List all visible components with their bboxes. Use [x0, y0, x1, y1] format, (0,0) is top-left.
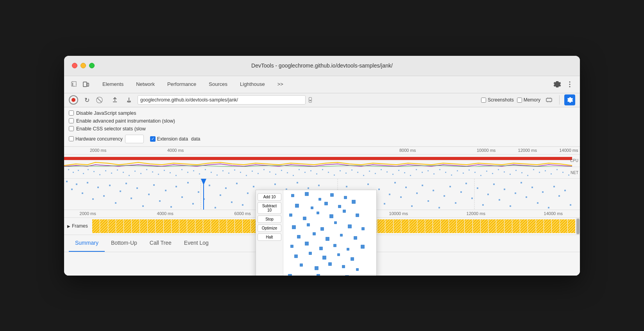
- net-chart: [64, 167, 572, 178]
- refresh-icon[interactable]: ↻: [81, 94, 92, 105]
- frames-triangle[interactable]: ▶: [67, 224, 70, 228]
- stop-button[interactable]: Stop: [258, 215, 281, 223]
- device-icon[interactable]: [80, 79, 91, 90]
- cursor-icon[interactable]: [69, 79, 80, 90]
- tab-event-log[interactable]: Event Log: [178, 235, 215, 252]
- tab-more[interactable]: >>: [271, 76, 290, 93]
- tab-performance[interactable]: Performance: [161, 76, 202, 93]
- more-icon[interactable]: [564, 79, 575, 90]
- add-button[interactable]: Add 10: [258, 193, 281, 201]
- svg-rect-170: [444, 195, 445, 197]
- tab-call-tree[interactable]: Call Tree: [143, 235, 178, 252]
- scrollbar-thumb[interactable]: [576, 219, 580, 234]
- svg-rect-145: [308, 187, 309, 189]
- svg-rect-50: [275, 174, 276, 175]
- svg-rect-32: [170, 172, 171, 173]
- svg-rect-109: [109, 185, 111, 186]
- svg-rect-42: [228, 173, 229, 174]
- frame-bar: [179, 219, 187, 233]
- clear-icon[interactable]: ⃠: [95, 94, 106, 105]
- memory-icon[interactable]: [544, 94, 555, 105]
- halt-button[interactable]: Halt: [258, 233, 281, 241]
- svg-rect-127: [209, 185, 210, 186]
- svg-rect-72: [404, 172, 405, 173]
- scrollbar[interactable]: [576, 218, 580, 235]
- settings-gear-icon[interactable]: [564, 94, 575, 105]
- close-button[interactable]: [72, 63, 77, 68]
- enable-paint-checkbox[interactable]: [69, 118, 74, 123]
- disable-js-option[interactable]: Disable JavaScript samples: [69, 110, 575, 116]
- svg-rect-52: [287, 172, 288, 173]
- enable-css-checkbox[interactable]: [69, 126, 74, 131]
- settings-icon[interactable]: [552, 79, 563, 90]
- timeline-ruler-top: 2000 ms 4000 ms 8000 ms 10000 ms 12000 m…: [64, 147, 580, 155]
- screenshots-checkbox[interactable]: Screenshots: [481, 97, 514, 103]
- svg-rect-112: [125, 183, 127, 184]
- svg-rect-125: [198, 191, 199, 193]
- svg-rect-24: [123, 172, 124, 173]
- options-row: Disable JavaScript samples Enable advanc…: [64, 107, 580, 147]
- svg-rect-20: [99, 174, 100, 175]
- tab-network[interactable]: Network: [130, 76, 161, 93]
- tab-elements[interactable]: Elements: [96, 76, 130, 93]
- svg-rect-89: [504, 171, 505, 173]
- tab-lighthouse[interactable]: Lighthouse: [234, 76, 271, 93]
- dropdown-arrow[interactable]: [309, 97, 312, 103]
- record-button[interactable]: [69, 95, 78, 105]
- svg-rect-104: [82, 192, 83, 194]
- url-input[interactable]: [138, 95, 306, 105]
- frame-bar: [156, 219, 163, 233]
- minimize-button[interactable]: [80, 63, 86, 68]
- svg-rect-122: [181, 196, 183, 198]
- svg-rect-124: [192, 203, 194, 205]
- svg-rect-165: [416, 192, 418, 194]
- svg-rect-221: [326, 237, 329, 241]
- maximize-button[interactable]: [89, 63, 95, 68]
- memory-checkbox[interactable]: Memory: [517, 97, 540, 103]
- svg-rect-55: [304, 172, 306, 173]
- popup-sidebar: Add 10 Subtract 10 Stop Optimize Halt: [256, 190, 283, 276]
- disable-js-checkbox[interactable]: [69, 110, 74, 116]
- frame-bar: [560, 219, 567, 233]
- cursor-line: [203, 179, 204, 210]
- second-toolbar: ↻ ⃠ Screenshots Memory: [64, 93, 580, 107]
- svg-rect-110: [115, 202, 116, 204]
- svg-rect-107: [97, 187, 99, 188]
- svg-rect-0: [72, 82, 76, 86]
- svg-rect-117: [153, 184, 155, 186]
- frame-bar: [504, 219, 512, 233]
- tab-sources[interactable]: Sources: [202, 76, 234, 93]
- svg-rect-226: [319, 247, 323, 250]
- frame-bar: [203, 219, 211, 233]
- tab-bottom-up[interactable]: Bottom-Up: [105, 235, 143, 252]
- optimize-button[interactable]: Optimize: [258, 224, 281, 232]
- concurrency-input[interactable]: 10: [125, 135, 144, 143]
- svg-rect-19: [93, 171, 95, 172]
- enable-css-option[interactable]: Enable CSS selector stats (slow: [69, 126, 575, 132]
- tab-summary[interactable]: Summary: [69, 235, 105, 252]
- svg-rect-152: [346, 186, 347, 187]
- svg-rect-236: [315, 266, 318, 270]
- svg-rect-229: [361, 245, 365, 249]
- svg-rect-158: [378, 189, 380, 190]
- svg-point-4: [569, 82, 571, 83]
- svg-rect-74: [416, 169, 417, 170]
- svg-rect-51: [281, 170, 282, 171]
- hw-concurrency-checkbox[interactable]: Hardware concurrency: [69, 136, 123, 142]
- download-icon[interactable]: [123, 94, 134, 105]
- traffic-lights: [72, 63, 95, 68]
- svg-rect-240: [288, 274, 292, 276]
- svg-rect-120: [170, 206, 172, 208]
- popup-inner: Add 10 Subtract 10 Stop Optimize Halt: [256, 190, 376, 276]
- svg-rect-99: [562, 172, 564, 173]
- svg-rect-7: [546, 98, 552, 101]
- frame-bar: [132, 219, 139, 233]
- svg-rect-58: [322, 169, 323, 170]
- upload-icon[interactable]: [109, 94, 120, 105]
- subtract-button[interactable]: Subtract 10: [258, 202, 281, 214]
- enable-paint-option[interactable]: Enable advanced paint instrumentation (s…: [69, 118, 575, 124]
- extension-data-checkbox[interactable]: ✓ Extension data data: [150, 136, 200, 142]
- frame-bar: [465, 219, 472, 233]
- svg-rect-203: [311, 206, 313, 209]
- svg-rect-100: [568, 174, 569, 176]
